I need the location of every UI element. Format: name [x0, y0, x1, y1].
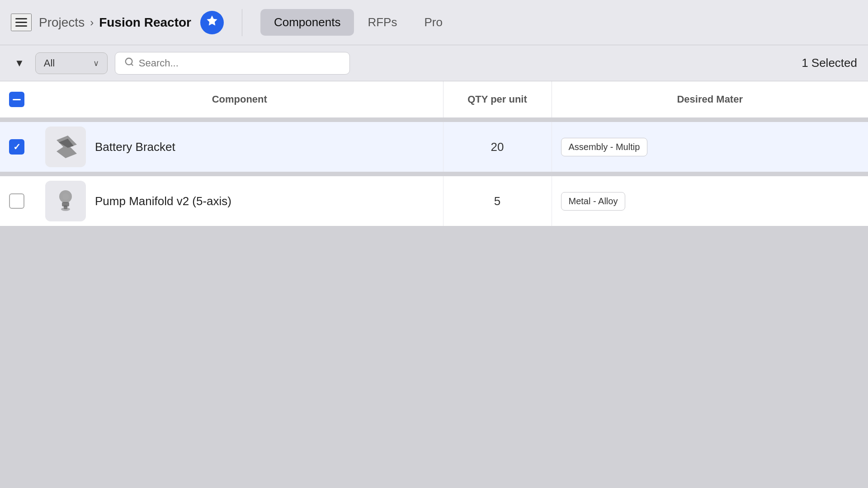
checkbox-pump-manifold[interactable]	[9, 193, 24, 209]
th-component: Component	[36, 81, 443, 117]
hamburger-menu-button[interactable]	[11, 14, 32, 31]
hamburger-line-2	[15, 22, 27, 23]
desired-material-pill-battery-bracket[interactable]: Assembly - Multip	[561, 138, 648, 156]
breadcrumb-current: Fusion Reactor	[99, 15, 191, 30]
chevron-down-icon: ∨	[93, 58, 99, 68]
checkbox-battery-bracket[interactable]: ✓	[9, 139, 24, 155]
row-separator-mid	[0, 172, 868, 176]
search-box	[115, 52, 350, 75]
desired-material-cell-pump-manifold: Metal - Alloy	[552, 176, 868, 226]
breadcrumb: Projects › Fusion Reactor	[39, 15, 191, 30]
hamburger-line-1	[15, 18, 27, 19]
table-container: Component QTY per unit Desired Mater ✓	[0, 81, 868, 452]
table-row: ✓ Battery Bracket	[0, 122, 868, 172]
component-icon-battery-bracket	[45, 127, 86, 167]
filter-arrow-icon[interactable]: ▼	[11, 54, 28, 73]
svg-point-7	[61, 207, 70, 211]
nav-tabs: Components RFPs Pro	[260, 9, 857, 36]
component-name-battery-bracket: Battery Bracket	[95, 140, 175, 154]
qty-cell-pump-manifold: 5	[443, 176, 552, 226]
svg-point-0	[126, 58, 132, 65]
qty-cell-battery-bracket: 20	[443, 122, 552, 172]
selected-count-label: 1 Selected	[802, 56, 857, 70]
tab-rfps[interactable]: RFPs	[354, 9, 410, 36]
component-cell-battery-bracket: Battery Bracket	[36, 122, 443, 172]
star-icon	[206, 14, 218, 30]
star-button[interactable]	[200, 11, 224, 34]
search-icon	[124, 57, 134, 70]
component-icon-pump-manifold	[45, 181, 86, 221]
table-row: Pump Manifold v2 (5-axis) 5 Metal - Allo…	[0, 176, 868, 226]
empty-row	[0, 226, 868, 452]
th-checkbox	[0, 81, 36, 117]
desired-material-pill-pump-manifold[interactable]: Metal - Alloy	[561, 192, 626, 211]
th-qty-per-unit: QTY per unit	[443, 81, 552, 117]
components-table: Component QTY per unit Desired Mater ✓	[0, 81, 868, 452]
header-divider	[242, 9, 242, 36]
svg-point-5	[62, 193, 69, 200]
th-desired-material: Desired Mater	[552, 81, 868, 117]
row-checkbox-cell-pump-manifold	[0, 176, 36, 226]
row-checkbox-cell-battery-bracket: ✓	[0, 122, 36, 172]
filter-dropdown[interactable]: All ∨	[35, 52, 108, 74]
component-cell-pump-manifold: Pump Manifold v2 (5-axis)	[36, 176, 443, 226]
header: Projects › Fusion Reactor Components RFP…	[0, 0, 868, 45]
breadcrumb-projects[interactable]: Projects	[39, 15, 85, 30]
table-header-row: Component QTY per unit Desired Mater	[0, 81, 868, 117]
search-input[interactable]	[139, 57, 340, 69]
row-separator-top	[0, 117, 868, 122]
tab-pro[interactable]: Pro	[410, 9, 456, 36]
toolbar: ▼ All ∨ 1 Selected	[0, 45, 868, 81]
select-all-checkbox[interactable]	[9, 92, 24, 107]
component-name-pump-manifold: Pump Manifold v2 (5-axis)	[95, 194, 231, 208]
tab-components[interactable]: Components	[260, 9, 354, 36]
hamburger-line-3	[15, 25, 27, 27]
filter-label: All	[44, 57, 55, 69]
desired-material-cell-battery-bracket: Assembly - Multip	[552, 122, 868, 172]
indeterminate-icon	[13, 99, 21, 100]
breadcrumb-separator: ›	[90, 16, 94, 29]
checkmark-icon: ✓	[13, 142, 21, 151]
